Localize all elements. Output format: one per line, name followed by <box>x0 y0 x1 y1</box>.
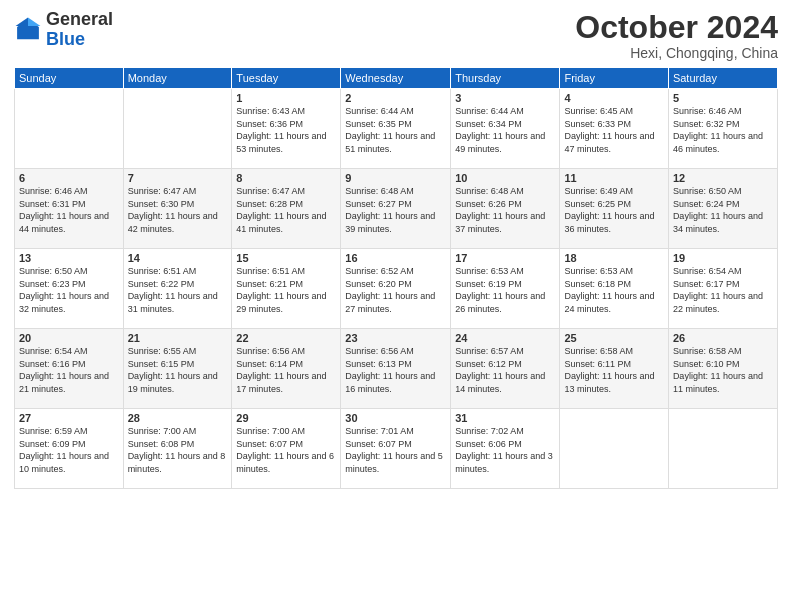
th-wednesday: Wednesday <box>341 68 451 89</box>
calendar-week-row: 1Sunrise: 6:43 AM Sunset: 6:36 PM Daylig… <box>15 89 778 169</box>
day-info: Sunrise: 6:54 AM Sunset: 6:16 PM Dayligh… <box>19 345 119 395</box>
day-info: Sunrise: 6:53 AM Sunset: 6:19 PM Dayligh… <box>455 265 555 315</box>
th-thursday: Thursday <box>451 68 560 89</box>
table-row: 25Sunrise: 6:58 AM Sunset: 6:11 PM Dayli… <box>560 329 668 409</box>
day-info: Sunrise: 6:46 AM Sunset: 6:31 PM Dayligh… <box>19 185 119 235</box>
table-row: 12Sunrise: 6:50 AM Sunset: 6:24 PM Dayli… <box>668 169 777 249</box>
month-year: October 2024 <box>575 10 778 45</box>
day-number: 15 <box>236 252 336 264</box>
table-row: 3Sunrise: 6:44 AM Sunset: 6:34 PM Daylig… <box>451 89 560 169</box>
th-friday: Friday <box>560 68 668 89</box>
table-row: 14Sunrise: 6:51 AM Sunset: 6:22 PM Dayli… <box>123 249 232 329</box>
table-row <box>560 409 668 489</box>
day-info: Sunrise: 6:54 AM Sunset: 6:17 PM Dayligh… <box>673 265 773 315</box>
table-row: 11Sunrise: 6:49 AM Sunset: 6:25 PM Dayli… <box>560 169 668 249</box>
table-row <box>15 89 124 169</box>
table-row: 7Sunrise: 6:47 AM Sunset: 6:30 PM Daylig… <box>123 169 232 249</box>
table-row: 31Sunrise: 7:02 AM Sunset: 6:06 PM Dayli… <box>451 409 560 489</box>
table-row: 13Sunrise: 6:50 AM Sunset: 6:23 PM Dayli… <box>15 249 124 329</box>
day-number: 14 <box>128 252 228 264</box>
day-number: 4 <box>564 92 663 104</box>
table-row: 8Sunrise: 6:47 AM Sunset: 6:28 PM Daylig… <box>232 169 341 249</box>
day-number: 28 <box>128 412 228 424</box>
day-info: Sunrise: 6:49 AM Sunset: 6:25 PM Dayligh… <box>564 185 663 235</box>
day-number: 13 <box>19 252 119 264</box>
table-row: 18Sunrise: 6:53 AM Sunset: 6:18 PM Dayli… <box>560 249 668 329</box>
day-number: 31 <box>455 412 555 424</box>
day-number: 11 <box>564 172 663 184</box>
day-number: 22 <box>236 332 336 344</box>
day-info: Sunrise: 6:55 AM Sunset: 6:15 PM Dayligh… <box>128 345 228 395</box>
page: General Blue October 2024 Hexi, Chongqin… <box>0 0 792 612</box>
table-row: 27Sunrise: 6:59 AM Sunset: 6:09 PM Dayli… <box>15 409 124 489</box>
table-row: 21Sunrise: 6:55 AM Sunset: 6:15 PM Dayli… <box>123 329 232 409</box>
table-row: 16Sunrise: 6:52 AM Sunset: 6:20 PM Dayli… <box>341 249 451 329</box>
table-row: 24Sunrise: 6:57 AM Sunset: 6:12 PM Dayli… <box>451 329 560 409</box>
day-number: 24 <box>455 332 555 344</box>
table-row: 10Sunrise: 6:48 AM Sunset: 6:26 PM Dayli… <box>451 169 560 249</box>
calendar-week-row: 6Sunrise: 6:46 AM Sunset: 6:31 PM Daylig… <box>15 169 778 249</box>
th-saturday: Saturday <box>668 68 777 89</box>
day-number: 5 <box>673 92 773 104</box>
day-number: 18 <box>564 252 663 264</box>
day-info: Sunrise: 6:57 AM Sunset: 6:12 PM Dayligh… <box>455 345 555 395</box>
day-info: Sunrise: 6:44 AM Sunset: 6:35 PM Dayligh… <box>345 105 446 155</box>
day-number: 8 <box>236 172 336 184</box>
day-info: Sunrise: 7:00 AM Sunset: 6:08 PM Dayligh… <box>128 425 228 475</box>
th-tuesday: Tuesday <box>232 68 341 89</box>
day-info: Sunrise: 6:50 AM Sunset: 6:24 PM Dayligh… <box>673 185 773 235</box>
logo-general: General <box>46 9 113 29</box>
day-info: Sunrise: 6:58 AM Sunset: 6:10 PM Dayligh… <box>673 345 773 395</box>
day-info: Sunrise: 6:47 AM Sunset: 6:28 PM Dayligh… <box>236 185 336 235</box>
day-number: 20 <box>19 332 119 344</box>
day-number: 10 <box>455 172 555 184</box>
svg-marker-2 <box>16 17 28 26</box>
day-number: 25 <box>564 332 663 344</box>
table-row: 2Sunrise: 6:44 AM Sunset: 6:35 PM Daylig… <box>341 89 451 169</box>
th-sunday: Sunday <box>15 68 124 89</box>
table-row <box>123 89 232 169</box>
day-number: 30 <box>345 412 446 424</box>
day-info: Sunrise: 6:53 AM Sunset: 6:18 PM Dayligh… <box>564 265 663 315</box>
table-row: 17Sunrise: 6:53 AM Sunset: 6:19 PM Dayli… <box>451 249 560 329</box>
logo-blue: Blue <box>46 29 85 49</box>
calendar-header-row: Sunday Monday Tuesday Wednesday Thursday… <box>15 68 778 89</box>
table-row: 23Sunrise: 6:56 AM Sunset: 6:13 PM Dayli… <box>341 329 451 409</box>
table-row: 1Sunrise: 6:43 AM Sunset: 6:36 PM Daylig… <box>232 89 341 169</box>
table-row: 22Sunrise: 6:56 AM Sunset: 6:14 PM Dayli… <box>232 329 341 409</box>
table-row: 20Sunrise: 6:54 AM Sunset: 6:16 PM Dayli… <box>15 329 124 409</box>
day-info: Sunrise: 6:47 AM Sunset: 6:30 PM Dayligh… <box>128 185 228 235</box>
table-row: 9Sunrise: 6:48 AM Sunset: 6:27 PM Daylig… <box>341 169 451 249</box>
table-row: 29Sunrise: 7:00 AM Sunset: 6:07 PM Dayli… <box>232 409 341 489</box>
header: General Blue October 2024 Hexi, Chongqin… <box>14 10 778 61</box>
day-info: Sunrise: 6:52 AM Sunset: 6:20 PM Dayligh… <box>345 265 446 315</box>
day-number: 3 <box>455 92 555 104</box>
th-monday: Monday <box>123 68 232 89</box>
day-info: Sunrise: 7:02 AM Sunset: 6:06 PM Dayligh… <box>455 425 555 475</box>
day-number: 6 <box>19 172 119 184</box>
day-number: 27 <box>19 412 119 424</box>
table-row: 5Sunrise: 6:46 AM Sunset: 6:32 PM Daylig… <box>668 89 777 169</box>
logo-text: General Blue <box>46 10 113 50</box>
day-number: 1 <box>236 92 336 104</box>
day-number: 29 <box>236 412 336 424</box>
table-row: 26Sunrise: 6:58 AM Sunset: 6:10 PM Dayli… <box>668 329 777 409</box>
day-number: 16 <box>345 252 446 264</box>
svg-marker-1 <box>28 17 40 26</box>
day-number: 9 <box>345 172 446 184</box>
day-number: 23 <box>345 332 446 344</box>
day-info: Sunrise: 6:56 AM Sunset: 6:13 PM Dayligh… <box>345 345 446 395</box>
day-number: 26 <box>673 332 773 344</box>
calendar-week-row: 20Sunrise: 6:54 AM Sunset: 6:16 PM Dayli… <box>15 329 778 409</box>
day-number: 2 <box>345 92 446 104</box>
day-number: 21 <box>128 332 228 344</box>
day-info: Sunrise: 6:51 AM Sunset: 6:21 PM Dayligh… <box>236 265 336 315</box>
table-row: 15Sunrise: 6:51 AM Sunset: 6:21 PM Dayli… <box>232 249 341 329</box>
calendar-week-row: 13Sunrise: 6:50 AM Sunset: 6:23 PM Dayli… <box>15 249 778 329</box>
table-row: 28Sunrise: 7:00 AM Sunset: 6:08 PM Dayli… <box>123 409 232 489</box>
day-info: Sunrise: 6:51 AM Sunset: 6:22 PM Dayligh… <box>128 265 228 315</box>
generalblue-logo-icon <box>14 16 42 44</box>
day-number: 12 <box>673 172 773 184</box>
day-info: Sunrise: 6:48 AM Sunset: 6:26 PM Dayligh… <box>455 185 555 235</box>
day-number: 7 <box>128 172 228 184</box>
